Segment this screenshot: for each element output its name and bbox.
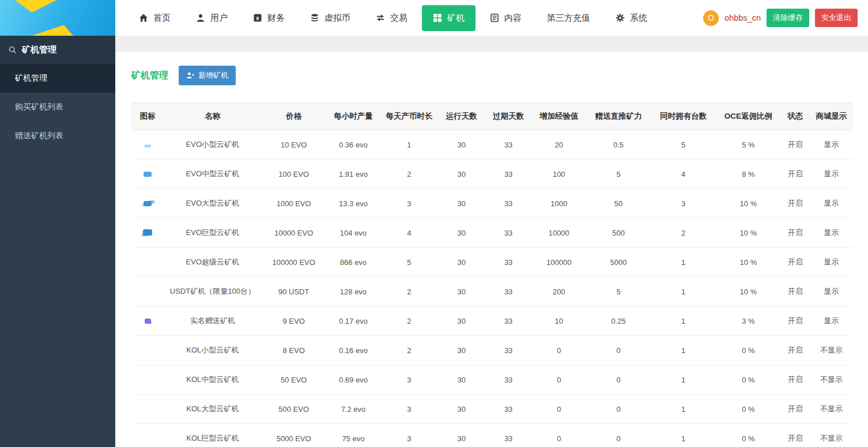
table-row: EVO巨型云矿机10000 EVO104 evo4303310000500210… [131,218,853,248]
cell-hourly-output: 0.16 evo [326,336,380,365]
miner-icon [433,13,442,22]
search-icon [8,46,17,54]
table-body: EVO小型云矿机10 EVO0.36 evo13033200.555 %开启显示… [131,130,853,447]
nav-item-1[interactable]: 首页 [128,5,182,31]
cell-icon [131,277,164,306]
cell-exp-gain: 10 [532,306,586,336]
cell-exp-gain: 10000 [532,218,586,248]
avatar[interactable]: O [703,10,719,26]
cell-name: KOL巨型云矿机 [164,424,261,447]
topbar-user-area: O ohbbs_cn 清除缓存 安全退出 [703,0,868,36]
nav-item-5[interactable]: 交易 [365,5,418,31]
nav-item-8[interactable]: 第三方充值 [536,5,601,31]
nav-item-2[interactable]: 用户 [185,5,239,31]
cell-price: 9 EVO [261,306,326,336]
col-header-name: 名称 [164,103,261,130]
cell-daily-coin-hours: 3 [380,424,438,447]
col-header-status: 状态 [781,103,810,130]
cell-icon [131,395,164,424]
cell-icon [131,189,164,218]
cell-shop-visible: 不显示 [810,395,853,424]
cell-oce-rebate: 10 % [716,189,781,218]
nav-item-7[interactable]: 内容 [479,5,533,31]
cell-exp-gain: 1000 [532,189,586,218]
cell-max-owned: 1 [651,365,716,395]
cell-exp-gain: 20 [532,130,586,160]
cell-status: 开启 [781,306,810,336]
cell-oce-rebate: 10 % [716,277,781,306]
cell-oce-rebate: 0 % [716,336,781,365]
cell-run-days: 30 [438,365,485,395]
cell-price: 10000 EVO [261,218,326,248]
page-title: 矿机管理 [131,70,168,82]
logo-triangle-bottom [29,22,77,36]
cell-daily-coin-hours: 3 [380,365,438,395]
cell-oce-rebate: 10 % [716,218,781,248]
cell-name: KOL中型云矿机 [164,365,261,395]
nav-item-6[interactable]: 矿机 [422,5,475,31]
sidebar-item-2[interactable]: 购买矿机列表 [0,93,115,122]
nav-item-4[interactable]: 虚拟币 [299,5,361,31]
clear-cache-button[interactable]: 清除缓存 [767,9,809,27]
add-machine-label: 新增矿机 [198,70,228,81]
cell-hourly-output: 0.69 evo [326,365,380,395]
cell-run-days: 30 [438,424,485,447]
sidebar-item-1[interactable]: 矿机管理 [0,64,115,93]
table-row: KOL中型云矿机50 EVO0.69 evo330330010 %开启不显示 [131,365,853,395]
username[interactable]: ohbbs_cn [724,13,761,22]
cell-shop-visible: 显示 [810,218,853,248]
cell-price: 90 USDT [261,277,326,306]
col-header-max-owned: 同时拥有台数 [651,103,716,130]
cell-daily-coin-hours: 1 [380,130,438,160]
cell-direct-push-power: 0.25 [586,306,651,336]
col-header-expire-days: 过期天数 [485,103,531,130]
cell-exp-gain: 0 [532,395,586,424]
cell-hourly-output: 0.36 evo [326,130,380,160]
cell-oce-rebate: 0 % [716,424,781,447]
title-row: 矿机管理 新增矿机 [131,66,853,85]
table-row: EVO中型云矿机100 EVO1.91 evo23033100548 %开启显示 [131,160,853,189]
add-machine-button[interactable]: 新增矿机 [179,66,236,85]
col-header-daily-coin-hours: 每天产币时长 [380,103,438,130]
cell-run-days: 30 [438,306,485,336]
cell-daily-coin-hours: 2 [380,160,438,189]
nav-item-9[interactable]: 系统 [605,5,658,31]
table-row: EVO大型云矿机1000 EVO13.3 evo33033100050310 %… [131,189,853,218]
cell-shop-visible: 显示 [810,248,853,277]
logout-button[interactable]: 安全退出 [815,9,858,27]
cell-hourly-output: 128 evo [326,277,380,306]
col-header-hourly-output: 每小时产量 [326,103,380,130]
cell-expire-days: 33 [485,336,531,365]
cell-status: 开启 [781,189,810,218]
cell-hourly-output: 7.2 evo [326,395,380,424]
cell-icon [131,306,164,336]
cell-max-owned: 1 [651,395,716,424]
logo [0,0,115,36]
col-header-direct-push-power: 赠送直推矿力 [586,103,651,130]
nav-item-3[interactable]: ¥财务 [242,5,296,31]
cell-expire-days: 33 [485,365,531,395]
table-row: KOL大型云矿机500 EVO7.2 evo330330010 %开启不显示 [131,395,853,424]
cell-price: 100000 EVO [261,248,326,277]
cell-status: 开启 [781,277,810,306]
cell-daily-coin-hours: 3 [380,189,438,218]
sidebar-item-3[interactable]: 赠送矿机列表 [0,122,115,150]
top-nav: 首页用户¥财务虚拟币交易矿机内容第三方充值系统 [115,0,703,36]
cell-expire-days: 33 [485,130,531,160]
cell-run-days: 30 [438,218,485,248]
nav-item-label: 交易 [390,13,407,24]
cell-shop-visible: 不显示 [810,365,853,395]
cell-icon [131,160,164,189]
topbar: 首页用户¥财务虚拟币交易矿机内容第三方充值系统 O ohbbs_cn 清除缓存 … [0,0,868,36]
cell-max-owned: 1 [651,248,716,277]
cell-run-days: 30 [438,160,485,189]
col-header-exp-gain: 增加经验值 [532,103,586,130]
cell-status: 开启 [781,395,810,424]
cell-daily-coin-hours: 3 [380,395,438,424]
cell-name: EVO大型云矿机 [164,189,261,218]
cell-name: USDT矿机（限量100台） [164,277,261,306]
sidebar-header-label: 矿机管理 [22,44,56,55]
cell-oce-rebate: 0 % [716,365,781,395]
cell-expire-days: 33 [485,277,531,306]
cell-shop-visible: 不显示 [810,336,853,365]
